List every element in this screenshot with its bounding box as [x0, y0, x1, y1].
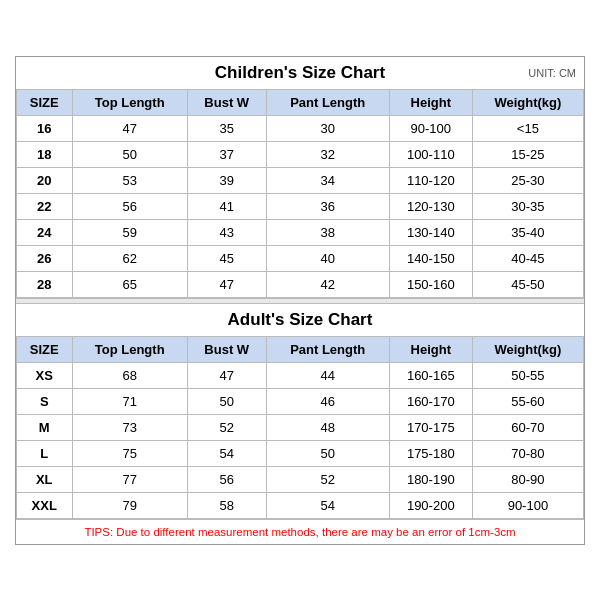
table-row: 18503732100-11015-25 — [17, 141, 584, 167]
children-title: Children's Size Chart — [215, 63, 385, 82]
table-row: S715046160-17055-60 — [17, 388, 584, 414]
table-row: M735248170-17560-70 — [17, 414, 584, 440]
adult-table: SIZE Top Length Bust W Pant Length Heigh… — [16, 336, 584, 519]
table-cell: 40-45 — [472, 245, 583, 271]
table-cell: 30-35 — [472, 193, 583, 219]
table-cell: 54 — [266, 492, 389, 518]
adult-col-bust-w: Bust W — [187, 336, 266, 362]
table-cell: 60-70 — [472, 414, 583, 440]
table-cell: M — [17, 414, 73, 440]
table-cell: 71 — [72, 388, 187, 414]
table-cell: 170-175 — [389, 414, 472, 440]
table-cell: 50 — [72, 141, 187, 167]
tips-row: TIPS: Due to different measurement metho… — [16, 519, 584, 544]
table-cell: 34 — [266, 167, 389, 193]
table-cell: 44 — [266, 362, 389, 388]
children-col-pant-length: Pant Length — [266, 89, 389, 115]
table-cell: 175-180 — [389, 440, 472, 466]
table-cell: 18 — [17, 141, 73, 167]
table-cell: 90-100 — [472, 492, 583, 518]
table-row: XXL795854190-20090-100 — [17, 492, 584, 518]
table-cell: 28 — [17, 271, 73, 297]
table-cell: 50 — [266, 440, 389, 466]
table-cell: 160-165 — [389, 362, 472, 388]
size-chart-wrapper: Children's Size Chart UNIT: CM SIZE Top … — [15, 56, 585, 545]
adult-col-size: SIZE — [17, 336, 73, 362]
table-cell: 35 — [187, 115, 266, 141]
children-col-top-length: Top Length — [72, 89, 187, 115]
tips-text: TIPS: Due to different measurement metho… — [84, 526, 515, 538]
table-cell: 24 — [17, 219, 73, 245]
table-row: XL775652180-19080-90 — [17, 466, 584, 492]
table-cell: S — [17, 388, 73, 414]
table-cell: 50 — [187, 388, 266, 414]
table-cell: 70-80 — [472, 440, 583, 466]
table-cell: 55-60 — [472, 388, 583, 414]
table-cell: 110-120 — [389, 167, 472, 193]
table-cell: 41 — [187, 193, 266, 219]
table-cell: 53 — [72, 167, 187, 193]
table-cell: 22 — [17, 193, 73, 219]
table-cell: 56 — [187, 466, 266, 492]
children-col-height: Height — [389, 89, 472, 115]
table-cell: 32 — [266, 141, 389, 167]
table-row: 24594338130-14035-40 — [17, 219, 584, 245]
table-row: 20533934110-12025-30 — [17, 167, 584, 193]
table-cell: 52 — [187, 414, 266, 440]
table-cell: 50-55 — [472, 362, 583, 388]
table-cell: 79 — [72, 492, 187, 518]
table-cell: 46 — [266, 388, 389, 414]
children-col-bust-w: Bust W — [187, 89, 266, 115]
table-cell: <15 — [472, 115, 583, 141]
table-cell: 56 — [72, 193, 187, 219]
children-section-header: Children's Size Chart UNIT: CM — [16, 57, 584, 89]
table-cell: 120-130 — [389, 193, 472, 219]
children-col-size: SIZE — [17, 89, 73, 115]
table-row: 22564136120-13030-35 — [17, 193, 584, 219]
table-cell: XS — [17, 362, 73, 388]
table-cell: 90-100 — [389, 115, 472, 141]
adult-section-header: Adult's Size Chart — [16, 304, 584, 336]
table-cell: 47 — [187, 362, 266, 388]
table-cell: 30 — [266, 115, 389, 141]
children-header-row: SIZE Top Length Bust W Pant Length Heigh… — [17, 89, 584, 115]
table-cell: 35-40 — [472, 219, 583, 245]
children-col-weight: Weight(kg) — [472, 89, 583, 115]
table-cell: 77 — [72, 466, 187, 492]
table-row: 28654742150-16045-50 — [17, 271, 584, 297]
table-cell: 39 — [187, 167, 266, 193]
table-cell: 59 — [72, 219, 187, 245]
table-cell: 42 — [266, 271, 389, 297]
table-cell: 190-200 — [389, 492, 472, 518]
table-cell: 36 — [266, 193, 389, 219]
table-cell: 25-30 — [472, 167, 583, 193]
table-cell: 62 — [72, 245, 187, 271]
table-cell: 160-170 — [389, 388, 472, 414]
adult-title: Adult's Size Chart — [228, 310, 373, 329]
table-cell: 47 — [72, 115, 187, 141]
table-cell: 47 — [187, 271, 266, 297]
table-cell: 73 — [72, 414, 187, 440]
table-cell: 26 — [17, 245, 73, 271]
table-cell: 37 — [187, 141, 266, 167]
unit-label: UNIT: CM — [528, 67, 576, 79]
table-cell: 140-150 — [389, 245, 472, 271]
table-cell: 40 — [266, 245, 389, 271]
table-row: 26624540140-15040-45 — [17, 245, 584, 271]
table-cell: 52 — [266, 466, 389, 492]
table-cell: 100-110 — [389, 141, 472, 167]
table-cell: 45 — [187, 245, 266, 271]
table-cell: 180-190 — [389, 466, 472, 492]
adult-header-row: SIZE Top Length Bust W Pant Length Heigh… — [17, 336, 584, 362]
table-cell: 54 — [187, 440, 266, 466]
table-cell: 75 — [72, 440, 187, 466]
adult-col-top-length: Top Length — [72, 336, 187, 362]
children-table: SIZE Top Length Bust W Pant Length Heigh… — [16, 89, 584, 298]
table-cell: XXL — [17, 492, 73, 518]
table-cell: 20 — [17, 167, 73, 193]
table-cell: 15-25 — [472, 141, 583, 167]
table-cell: 45-50 — [472, 271, 583, 297]
adult-col-pant-length: Pant Length — [266, 336, 389, 362]
table-cell: 16 — [17, 115, 73, 141]
table-cell: 43 — [187, 219, 266, 245]
